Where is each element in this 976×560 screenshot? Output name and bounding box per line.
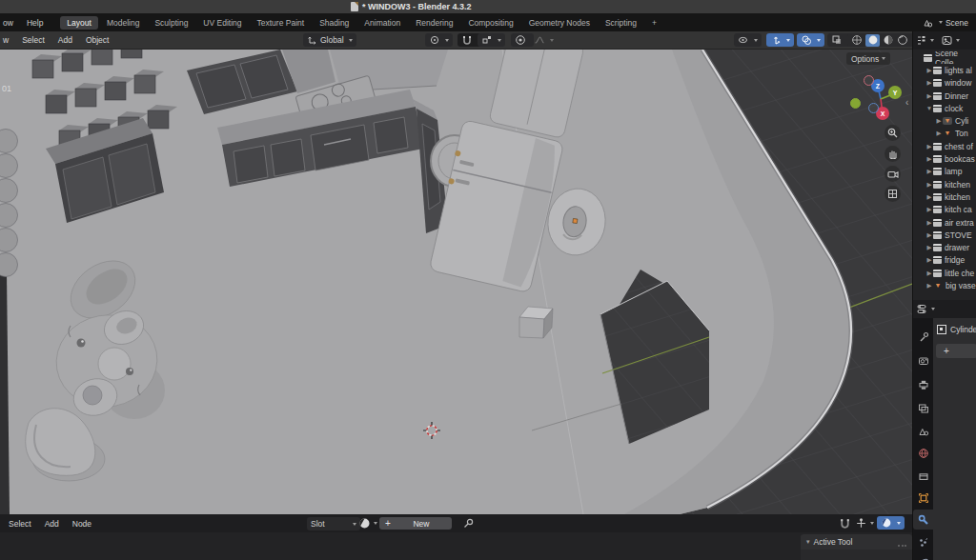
expand-arrow-icon[interactable]: ▶ [925,168,933,175]
pan-button[interactable] [884,146,901,162]
properties-tab-scene[interactable] [913,421,933,441]
snap-magnet-icon[interactable] [839,517,851,530]
topbar-menu-0[interactable]: ow [0,18,20,28]
falloff-dropdown[interactable] [530,33,559,47]
perspective-toggle-button[interactable] [884,186,901,202]
outliner-row-dinner[interactable]: ▶Dinner [913,90,976,102]
active-tool-panel-header[interactable]: ▾ Active Tool [801,534,912,550]
overlays-toggle[interactable] [797,33,824,47]
scene-selector[interactable]: Scene [922,13,968,31]
outliner-row-window[interactable]: ▶window [913,77,976,90]
viewport-menu-add[interactable]: Add [51,35,79,45]
properties-tab-modifiers[interactable] [913,510,933,530]
properties-tab-view-layer[interactable] [913,398,933,418]
expand-arrow-icon[interactable]: ▶ [925,256,933,264]
outliner-row-fridge[interactable]: ▶fridge [913,254,976,267]
gizmos-toggle[interactable] [766,33,794,47]
expand-arrow-icon[interactable]: ▶ [925,231,933,239]
expand-arrow-icon[interactable]: ▶ [925,79,933,87]
panel-grip[interactable] [897,533,907,550]
expand-arrow-icon[interactable]: ▶ [925,92,933,100]
gizmo-y-axis[interactable]: Y [888,86,902,99]
transform-orientation-dropdown[interactable]: Global [303,33,356,47]
properties-breadcrumb[interactable]: Cylinder [937,325,976,334]
expand-arrow-icon[interactable]: ▶ [925,282,933,290]
workspace-tab-rendering[interactable]: Rendering [409,16,459,30]
workspace-tab-geometry-nodes[interactable]: Geometry Nodes [522,16,597,30]
properties-tab-world[interactable] [913,443,933,463]
slot-dropdown[interactable]: Slot [307,517,360,530]
workspace-tab-layout[interactable]: Layout [60,16,98,30]
outliner-row-big-vase[interactable]: ▶▼big vase [913,279,976,291]
editor-type-dropdown[interactable] [915,34,934,47]
outliner-row-lights-al[interactable]: ▶lights al [913,64,976,76]
shader-menu-add[interactable]: Add [38,519,66,529]
shader-preview-toggle[interactable] [877,516,905,530]
overlay-options-dropdown[interactable] [855,517,874,530]
outliner-row-scene-colle[interactable]: Scene Colle [913,51,976,64]
outliner-filter-dropdown[interactable] [941,34,960,47]
expand-arrow-icon[interactable]: ▶ [925,67,933,74]
outliner-row-kitchen[interactable]: ▶kitchen [913,190,976,203]
outliner-row-cyli[interactable]: ▶▼Cyli [913,114,976,127]
wireframe-shading-icon[interactable] [851,34,863,46]
outliner-row-bookcas[interactable]: ▶bookcas [913,152,976,165]
outliner-row-ton[interactable]: ▶▼Ton [913,128,976,140]
material-shading-icon[interactable] [883,34,894,46]
gizmo-y-neg-axis[interactable] [850,98,861,109]
shader-menu-select[interactable]: Select [2,519,38,529]
workspace-tab-texture-paint[interactable]: Texture Paint [251,16,312,30]
rendered-shading-icon[interactable] [897,34,908,46]
add-modifier-button[interactable]: + [936,344,976,358]
outliner-row-clock[interactable]: ▼clock [913,102,976,114]
properties-tab-particles[interactable] [913,532,933,552]
snap-settings-dropdown[interactable] [478,33,505,47]
object-visibility-dropdown[interactable] [734,33,762,47]
workspace-tab-shading[interactable]: Shading [313,16,356,30]
viewport-menu-w[interactable]: w [0,35,15,45]
properties-tab-tool[interactable] [913,327,933,347]
sidebar-toggle-arrow[interactable]: ‹ [905,97,908,108]
properties-tab-output[interactable] [913,374,933,394]
expand-arrow-icon[interactable]: ▶ [925,244,933,251]
topbar-menu-1[interactable]: Help [20,18,50,28]
collapse-arrow-icon[interactable]: ▼ [925,105,933,111]
gizmo-z-neg-axis[interactable] [868,103,879,113]
new-material-button[interactable]: + New [379,517,452,530]
workspace-tab-uv-editing[interactable]: UV Editing [196,16,248,30]
properties-tab-physics[interactable] [913,551,933,560]
expand-arrow-icon[interactable]: ▶ [925,206,933,213]
workspace-tab-sculpting[interactable]: Sculpting [148,16,194,30]
properties-tab-object[interactable] [913,488,933,508]
material-browse-dropdown[interactable] [358,517,377,530]
workspace-tab-animation[interactable]: Animation [357,16,407,30]
expand-arrow-icon[interactable]: ▶ [925,143,933,150]
expand-arrow-icon[interactable]: ▶ [935,130,943,137]
expand-arrow-icon[interactable]: ▶ [925,270,933,277]
expand-arrow-icon[interactable]: ▶ [925,181,933,189]
expand-arrow-icon[interactable]: ▶ [925,155,933,163]
outliner-row-chest-of[interactable]: ▶chest of [913,140,976,152]
zoom-button[interactable] [884,125,901,141]
workspace-tab-compositing[interactable]: Compositing [461,16,519,30]
editor-type-dropdown[interactable] [916,303,935,315]
pin-icon[interactable] [463,518,474,529]
expand-arrow-icon[interactable]: ▶ [925,193,933,201]
camera-view-button[interactable] [884,166,901,182]
properties-tab-render[interactable] [913,350,933,370]
workspace-tab-modeling[interactable]: Modeling [100,16,147,30]
shader-menu-node[interactable]: Node [66,519,98,529]
viewport-menu-select[interactable]: Select [15,35,51,45]
expand-arrow-icon[interactable]: ▶ [935,117,943,125]
workspace-tab--[interactable]: + [645,16,663,30]
outliner-row-kitchen[interactable]: ▶kitchen [913,178,976,190]
outliner-row-kitch-ca[interactable]: ▶kitch ca [913,204,976,216]
viewport-options-dropdown[interactable]: Options [846,52,890,65]
outliner-row-air-extra[interactable]: ▶air extra [913,216,976,229]
pivot-point-dropdown[interactable] [425,33,453,47]
outliner-row-drawer[interactable]: ▶drawer [913,241,976,253]
outliner-row-lamp[interactable]: ▶lamp [913,166,976,178]
solid-shading-button[interactable] [865,34,880,47]
gizmo-x-neg-axis[interactable] [864,75,874,86]
viewport-menu-object[interactable]: Object [79,35,116,45]
